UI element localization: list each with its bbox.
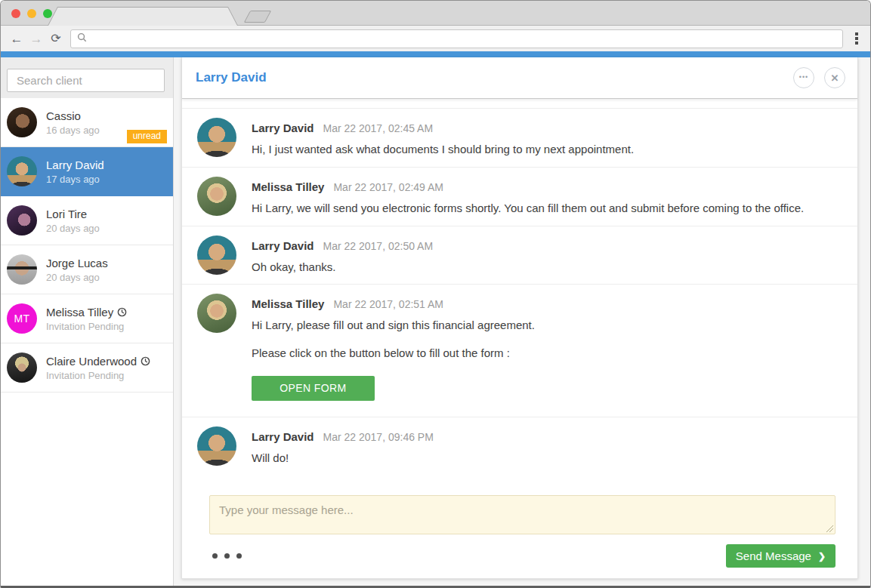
client-search-wrap (1, 57, 173, 98)
message-timestamp: Mar 22 2017, 02:49 AM (333, 181, 443, 193)
avatar (197, 294, 236, 333)
forward-button[interactable]: → (26, 32, 46, 45)
message-input[interactable] (209, 495, 835, 534)
send-message-button[interactable]: Send Message ❯ (726, 544, 835, 568)
address-bar[interactable] (70, 29, 843, 48)
client-row-claire-underwood[interactable]: Claire Underwood Invitation Pending (1, 343, 173, 393)
message-row: Larry David Mar 22 2017, 02:50 AM Oh oka… (182, 226, 857, 285)
client-name: Larry David (46, 159, 104, 171)
avatar (197, 426, 236, 466)
app-content: Cassio 16 days ago unread Larry David 17… (1, 57, 870, 586)
message-list: Larry David Mar 22 2017, 02:45 AM Hi, I … (182, 99, 857, 485)
send-message-label: Send Message (736, 550, 811, 562)
chat-title: Larry David (196, 70, 783, 85)
browser-titlebar (1, 1, 870, 26)
pending-clock-icon (141, 356, 150, 366)
message-author: Larry David (252, 239, 314, 252)
message-composer (209, 495, 835, 534)
avatar (7, 156, 37, 186)
chat-area: Larry David ••• ✕ Larry David (174, 57, 870, 586)
client-row-jorge-lucas[interactable]: Jorge Lucas 20 days ago (1, 245, 173, 294)
message-author: Larry David (252, 122, 314, 134)
browser-tab[interactable] (48, 7, 238, 26)
avatar (197, 118, 236, 157)
client-row-larry-david[interactable]: Larry David 17 days ago (1, 147, 173, 196)
client-name: Lori Tire (46, 208, 100, 220)
reload-button[interactable]: ⟳ (46, 32, 66, 45)
avatar-initials: MT (7, 303, 37, 334)
close-window-button[interactable] (11, 9, 20, 18)
browser-window: ← → ⟳ Cassio 16 days ago unread (0, 0, 871, 588)
app-accent-bar (1, 51, 870, 57)
maximize-window-button[interactable] (43, 9, 52, 18)
resize-grip-icon[interactable] (826, 525, 833, 532)
message-timestamp: Mar 22 2017, 09:46 PM (323, 431, 434, 443)
avatar (7, 107, 37, 137)
message-row: Larry David Mar 22 2017, 09:46 PM Will d… (182, 417, 857, 476)
search-icon (77, 32, 87, 45)
message-text: Will do! (252, 450, 842, 466)
client-meta: 16 days ago (46, 125, 100, 136)
message-author: Melissa Tilley (252, 297, 324, 310)
message-row: Melissa Tilley Mar 22 2017, 02:49 AM Hi … (182, 167, 857, 226)
chat-card: Larry David ••• ✕ Larry David (181, 57, 858, 579)
unread-badge: unread (127, 130, 167, 143)
ellipsis-icon: ••• (799, 74, 808, 82)
client-name: Cassio (46, 109, 100, 122)
message-text: Hi, I just wanted ask what documents I s… (252, 141, 842, 158)
client-row-lori-tire[interactable]: Lori Tire 20 days ago (1, 196, 173, 245)
client-search-input[interactable] (7, 69, 165, 92)
chat-header: Larry David ••• ✕ (182, 57, 857, 99)
message-text: Hi Larry, we will send you electronic fo… (252, 200, 842, 217)
client-name: Claire Underwood (46, 355, 137, 368)
avatar (197, 236, 236, 275)
open-form-button[interactable]: OPEN FORM (252, 376, 375, 401)
message-text: Hi Larry, please fill out and sign this … (252, 317, 842, 334)
browser-menu-icon[interactable] (849, 32, 864, 45)
message-timestamp: Mar 22 2017, 02:45 AM (323, 122, 434, 134)
avatar (7, 352, 37, 383)
avatar (7, 205, 37, 236)
message-timestamp: Mar 22 2017, 02:50 AM (323, 240, 434, 252)
avatar (197, 177, 236, 216)
message-row: Larry David Mar 22 2017, 02:45 AM Hi, I … (182, 108, 857, 167)
message-timestamp: Mar 22 2017, 02:51 AM (333, 298, 443, 310)
composer-options-icon[interactable] (212, 553, 242, 559)
browser-toolbar: ← → ⟳ (1, 26, 870, 51)
back-button[interactable]: ← (7, 32, 26, 45)
avatar (7, 254, 37, 285)
close-icon: ✕ (831, 73, 839, 83)
minimize-window-button[interactable] (27, 9, 36, 18)
client-name: Melissa Tilley (46, 306, 113, 319)
client-meta: 20 days ago (46, 223, 100, 234)
client-meta: Invitation Pending (46, 321, 127, 332)
client-sidebar: Cassio 16 days ago unread Larry David 17… (1, 57, 174, 586)
message-author: Melissa Tilley (252, 180, 324, 193)
pending-clock-icon (117, 307, 127, 317)
client-row-melissa-tilley[interactable]: MT Melissa Tilley Invitation Pending (1, 294, 173, 343)
message-text: Oh okay, thanks. (252, 259, 842, 276)
message-row: Melissa Tilley Mar 22 2017, 02:51 AM Hi … (182, 284, 857, 417)
client-row-cassio[interactable]: Cassio 16 days ago unread (1, 98, 173, 147)
chat-more-button[interactable]: ••• (793, 67, 814, 88)
chat-close-button[interactable]: ✕ (824, 67, 845, 88)
message-text: Please click on the button below to fill… (252, 345, 842, 362)
message-author: Larry David (252, 430, 314, 443)
window-controls (11, 9, 52, 18)
client-meta: 20 days ago (46, 272, 108, 283)
chevron-right-icon: ❯ (818, 551, 826, 562)
client-meta: Invitation Pending (46, 370, 150, 381)
composer-footer: Send Message ❯ (182, 534, 857, 578)
new-tab-button[interactable] (244, 11, 272, 23)
client-name: Jorge Lucas (46, 257, 108, 269)
client-meta: 17 days ago (46, 174, 104, 185)
